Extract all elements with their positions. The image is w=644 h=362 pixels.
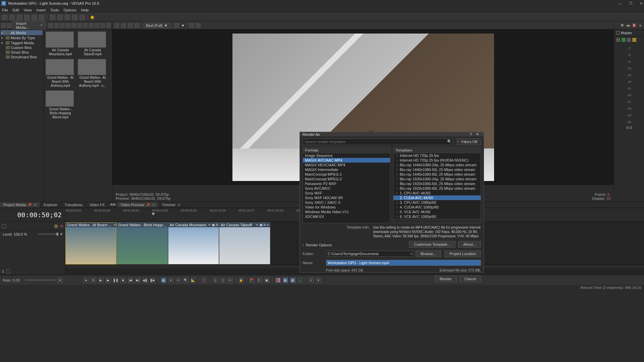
tab-explorer[interactable]: Explorer (40, 202, 61, 207)
template-item[interactable]: ☆Blu-ray 644x362-24p, 25 Mbps video st… (393, 177, 481, 181)
templates-list[interactable]: ☆Internet HD 720p 25 fps☆Internet HD 720… (393, 153, 481, 219)
cut-button[interactable] (50, 15, 55, 20)
media-tool-8[interactable] (77, 23, 82, 28)
favorite-star-icon[interactable]: ☆ (395, 187, 398, 190)
media-tool-9[interactable] (83, 23, 88, 28)
play-button[interactable]: ▶ (106, 278, 111, 283)
favorite-star-icon[interactable]: ☆ (395, 215, 398, 219)
mute-icon[interactable]: 🔇 (632, 23, 637, 28)
media-thumb[interactable]: Air Canada Takeoff.mp4 (78, 32, 107, 56)
favorite-star-icon[interactable]: ☆ (395, 210, 398, 214)
close-dialog-button[interactable]: ✕ (474, 132, 481, 136)
master-link[interactable] (614, 126, 644, 129)
format-item[interactable]: Sony AVC/MVC (303, 186, 390, 191)
favorite-star-icon[interactable]: ☆ (395, 154, 398, 158)
preview-quality-dropdown[interactable]: Best (Full) ▼ (144, 23, 170, 28)
format-item[interactable]: MainConcept MPEG-2 (303, 177, 390, 181)
preview-grid-icon[interactable] (174, 23, 179, 28)
template-item[interactable]: ☆3. CPU AVC 1080p/60 (393, 200, 481, 205)
cd-marker-button[interactable]: ▣ (264, 278, 270, 283)
delete-button[interactable]: ✕ (202, 278, 207, 283)
close-tab-icon[interactable]: ✕ (34, 203, 37, 207)
track-toggle[interactable] (6, 269, 10, 274)
stop-button[interactable]: ■ (120, 278, 126, 283)
about-button[interactable]: About... (458, 241, 481, 248)
lock-button[interactable]: 🔒 (238, 278, 244, 283)
template-item[interactable]: ☆2. CUDA AVC 4K/60 (393, 195, 481, 200)
tab-video-preview[interactable]: Video Preview📌✕ (117, 202, 159, 207)
preview-split-icon[interactable] (135, 23, 139, 28)
favorite-star-icon[interactable]: ☆ (395, 182, 398, 186)
save-button[interactable] (17, 15, 22, 20)
track-fx-icon[interactable]: ⊘ (60, 224, 63, 228)
split-button[interactable]: ✂ (227, 278, 233, 283)
format-item[interactable]: Sony XAVC / XAVC S (303, 200, 390, 205)
zoom-tool[interactable]: 🔍 (183, 278, 189, 283)
normal-edit-button[interactable]: ▦ (161, 278, 166, 283)
menu-edit[interactable]: Edit (13, 8, 19, 12)
preview-settings-icon[interactable] (114, 23, 119, 28)
go-start-button[interactable]: |◀ (128, 278, 133, 283)
track-menu-icon[interactable] (2, 224, 6, 228)
favorite-star-icon[interactable]: ☆ (395, 191, 398, 195)
format-item[interactable]: Video for Windows (303, 205, 390, 209)
rate-slider[interactable] (25, 280, 55, 281)
marker-button[interactable]: 🚩 (250, 278, 255, 283)
snap-grid-button[interactable]: ▦ (283, 278, 288, 283)
templates-hscroll[interactable] (393, 219, 481, 223)
pause-button[interactable]: ❚❚ (113, 278, 118, 283)
favorite-star-icon[interactable]: ☆ (395, 173, 398, 176)
tree-item-all-media[interactable]: ▸All Media (1, 30, 43, 35)
menu-tools[interactable]: Tools (50, 8, 59, 12)
timeline-clip[interactable]: Grand Wailea - Birds Hoppi...✂▦fx≡ (116, 222, 168, 264)
selection-tool[interactable]: ✂ (176, 278, 181, 283)
tree-item-media-by-type[interactable]: ▸Media By Type (1, 35, 43, 40)
close-tab-icon[interactable]: ✕ (177, 203, 180, 207)
format-item[interactable]: MainConcept MPEG-1 (303, 172, 390, 177)
settings-button[interactable] (39, 15, 44, 20)
redo-button[interactable] (79, 15, 85, 20)
format-item[interactable]: Image Sequence (303, 153, 390, 158)
tree-item-storyboard-bins[interactable]: Storyboard Bins (1, 55, 43, 59)
media-tool-5[interactable] (60, 23, 64, 28)
tree-item-custom-bins[interactable]: Custom Bins (1, 45, 43, 50)
media-tool-3[interactable] (48, 23, 53, 28)
region-button[interactable]: 🏳 (257, 278, 262, 283)
minimize-button[interactable]: — (618, 1, 622, 6)
close-button[interactable]: ✕ (640, 1, 643, 6)
filters-dropdown[interactable]: Filters Off (457, 138, 481, 145)
close-tab-icon[interactable]: ✕ (152, 203, 155, 207)
favorite-star-icon[interactable]: ☆ (395, 159, 398, 162)
preview-save-icon[interactable] (196, 23, 201, 28)
favorite-star-icon[interactable]: ☆ (395, 205, 398, 209)
browse-button[interactable]: Browse... (416, 250, 441, 257)
folder-input[interactable] (326, 251, 413, 257)
cancel-button[interactable]: Cancel (460, 276, 481, 282)
media-view-dropdown[interactable] (100, 23, 105, 28)
help-button[interactable]: ? (468, 132, 474, 136)
media-thumb[interactable]: Air Canada Mountains.mp4 (46, 32, 75, 56)
media-tool-1[interactable] (1, 23, 6, 28)
media-thumb[interactable]: Grand Wailea - At Beach With Anthony.mp4 (46, 59, 75, 88)
timeline-clip[interactable]: Air Canada Mountains✂▦fx≡ (168, 222, 219, 264)
search-templates-input[interactable] (303, 138, 453, 145)
new-button[interactable] (2, 15, 7, 20)
formats-list[interactable]: Image SequenceMAGIX AVC/AAC MP4MAGIX HEV… (303, 153, 390, 223)
envelope-tool[interactable]: 📐 (191, 278, 196, 283)
template-item[interactable]: ☆Blu-ray 1440x1080-24p, 25 Mbps video st… (393, 163, 481, 167)
favorite-star-icon[interactable]: ☆ (395, 177, 398, 181)
open-button[interactable] (9, 15, 15, 20)
tree-item-tagged-media[interactable]: ▸Tagged Media (1, 40, 43, 45)
media-tool-11[interactable] (95, 23, 99, 28)
menu-help[interactable]: Help (81, 8, 89, 12)
import-media-button[interactable]: Import Media... ▼ (13, 21, 46, 30)
media-thumb[interactable]: Grand Wailea - Birds Hopping About.mp4 (46, 90, 75, 119)
menu-insert[interactable]: Insert (36, 8, 46, 12)
template-item[interactable]: ☆Blu-ray 1440x1080-50i, 25 Mbps video st… (393, 167, 481, 172)
search-icon[interactable]: 🔍 (447, 139, 452, 144)
media-search-button[interactable] (106, 23, 111, 28)
favorite-star-icon[interactable]: ☆ (395, 163, 398, 167)
tab-trimmer[interactable]: Trimmer✕ (159, 202, 184, 207)
template-item[interactable]: ☆Internet HD 720p 25 fps (NVIDIA NVENC) (393, 158, 481, 163)
tab-nav[interactable]: ◀ ▶ (108, 202, 117, 207)
